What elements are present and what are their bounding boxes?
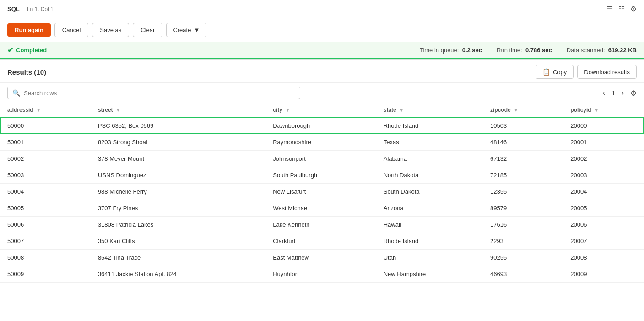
cancel-button[interactable]: Cancel [54, 23, 88, 37]
results-title: Results (10) [7, 68, 46, 76]
save-as-button[interactable]: Save as [92, 23, 129, 37]
table-icon[interactable]: ☷ [618, 5, 625, 13]
run-again-button[interactable]: Run again [7, 23, 51, 37]
cell-street: USNS Dominguez [91, 167, 265, 184]
search-input-wrap[interactable]: 🔍 [7, 87, 300, 99]
cell-zipcode: 10503 [483, 117, 563, 134]
completed-status: ✔ Completed [7, 46, 47, 54]
table-row[interactable]: 50002378 Meyer MountJohnsonportAlabama67… [0, 151, 644, 167]
clear-button[interactable]: Clear [133, 23, 162, 37]
cell-street: 36411 Jackie Station Apt. 824 [91, 266, 265, 283]
cell-state: Texas [376, 134, 483, 151]
cell-city: Clarkfurt [265, 233, 376, 250]
cell-zipcode: 48146 [483, 134, 563, 151]
cell-addressid: 50008 [0, 250, 91, 266]
sort-icon-street: ▼ [116, 107, 121, 113]
col-header-zipcode[interactable]: zipcode ▼ [483, 103, 563, 117]
cell-state: Utah [376, 250, 483, 266]
cell-zipcode: 46693 [483, 266, 563, 283]
download-results-button[interactable]: Download results [577, 65, 637, 79]
col-header-addressid[interactable]: addressid ▼ [0, 103, 91, 117]
col-header-city[interactable]: city ▼ [265, 103, 376, 117]
cell-addressid: 50009 [0, 266, 91, 283]
cell-street: PSC 6352, Box 0569 [91, 117, 265, 134]
table-row[interactable]: 50003USNS DominguezSouth PaulburghNorth … [0, 167, 644, 184]
cell-zipcode: 90255 [483, 250, 563, 266]
prev-page-button[interactable]: ‹ [600, 88, 608, 98]
cell-policyid: 20009 [563, 266, 644, 283]
table-row[interactable]: 5000936411 Jackie Station Apt. 824Huynhf… [0, 266, 644, 283]
cell-state: Alabama [376, 151, 483, 167]
sql-label: SQL [7, 5, 20, 12]
run-time: Run time: 0.786 sec [497, 47, 552, 54]
table-row[interactable]: 50007350 Kari CliffsClarkfurtRhode Islan… [0, 233, 644, 250]
status-bar: ✔ Completed Time in queue: 0.2 sec Run t… [0, 42, 644, 59]
settings-icon[interactable]: ⚙ [630, 5, 637, 13]
table-row[interactable]: 5000631808 Patricia LakesLake KennethHaw… [0, 217, 644, 233]
search-input[interactable] [24, 90, 295, 97]
sort-icon-addressid: ▼ [36, 107, 41, 113]
cell-policyid: 20000 [563, 117, 644, 134]
cell-policyid: 20002 [563, 151, 644, 167]
top-bar: SQL Ln 1, Col 1 ☰ ☷ ⚙ [0, 0, 644, 18]
cursor-position: Ln 1, Col 1 [27, 6, 54, 12]
cell-state: Hawaii [376, 217, 483, 233]
cell-street: 8542 Tina Trace [91, 250, 265, 266]
cell-state: Arizona [376, 200, 483, 217]
cell-zipcode: 72185 [483, 167, 563, 184]
search-row: 🔍 ‹ 1 › ⚙ [0, 83, 644, 103]
cell-addressid: 50007 [0, 233, 91, 250]
cell-addressid: 50002 [0, 151, 91, 167]
table-row[interactable]: 500018203 Strong ShoalRaymondshireTexas4… [0, 134, 644, 151]
data-scanned: Data scanned: 619.22 KB [567, 47, 637, 54]
cell-street: 8203 Strong Shoal [91, 134, 265, 151]
table-header: addressid ▼ street ▼ city ▼ [0, 103, 644, 117]
cell-addressid: 50006 [0, 217, 91, 233]
copy-button[interactable]: 📋 Copy [536, 65, 574, 79]
cell-policyid: 20001 [563, 134, 644, 151]
cell-street: 988 Michelle Ferry [91, 184, 265, 200]
table-row[interactable]: 50000PSC 6352, Box 0569DawnboroughRhode … [0, 117, 644, 134]
sort-icon-state: ▼ [399, 107, 404, 113]
cell-city: West Michael [265, 200, 376, 217]
table-row[interactable]: 500088542 Tina TraceEast MatthewUtah9025… [0, 250, 644, 266]
cell-state: Rhode Island [376, 233, 483, 250]
create-button[interactable]: Create ▼ [166, 23, 206, 37]
table-row[interactable]: 50004988 Michelle FerryNew LisafurtSouth… [0, 184, 644, 200]
table-row[interactable]: 500053707 Fry PinesWest MichaelArizona89… [0, 200, 644, 217]
cell-city: Johnsonport [265, 151, 376, 167]
col-header-street[interactable]: street ▼ [91, 103, 265, 117]
cell-street: 3707 Fry Pines [91, 200, 265, 217]
list-icon[interactable]: ☰ [606, 5, 613, 13]
search-icon: 🔍 [12, 89, 20, 97]
cell-zipcode: 12355 [483, 184, 563, 200]
col-header-policyid[interactable]: policyid ▼ [563, 103, 644, 117]
cell-street: 378 Meyer Mount [91, 151, 265, 167]
cell-city: Huynhfort [265, 266, 376, 283]
cell-addressid: 50004 [0, 184, 91, 200]
sort-icon-zipcode: ▼ [514, 107, 519, 113]
results-header: Results (10) 📋 Copy Download results [0, 60, 644, 83]
copy-icon: 📋 [542, 68, 550, 76]
results-table-wrap: addressid ▼ street ▼ city ▼ [0, 103, 644, 283]
cell-city: New Lisafurt [265, 184, 376, 200]
chevron-down-icon: ▼ [194, 27, 200, 33]
cell-policyid: 20005 [563, 200, 644, 217]
cell-policyid: 20006 [563, 217, 644, 233]
time-in-queue: Time in queue: 0.2 sec [420, 47, 482, 54]
col-header-state[interactable]: state ▼ [376, 103, 483, 117]
cell-city: East Matthew [265, 250, 376, 266]
next-page-button[interactable]: › [619, 88, 627, 98]
toolbar: Run again Cancel Save as Clear Create ▼ [0, 18, 644, 42]
cell-city: Lake Kenneth [265, 217, 376, 233]
cell-city: South Paulburgh [265, 167, 376, 184]
sort-icon-policyid: ▼ [594, 107, 599, 113]
cell-addressid: 50003 [0, 167, 91, 184]
cell-street: 31808 Patricia Lakes [91, 217, 265, 233]
table-settings-button[interactable]: ⚙ [630, 89, 637, 98]
cell-city: Raymondshire [265, 134, 376, 151]
cell-state: North Dakota [376, 167, 483, 184]
cell-addressid: 50005 [0, 200, 91, 217]
cell-policyid: 20004 [563, 184, 644, 200]
cell-addressid: 50000 [0, 117, 91, 134]
